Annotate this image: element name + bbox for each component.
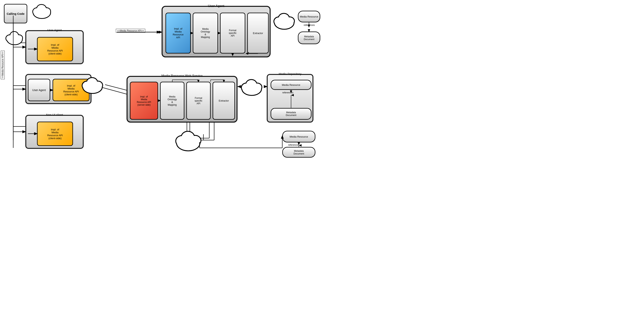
format-specific-2-box: Format specific API	[186, 82, 211, 120]
media-resource-web-service-panel: Media Resource Web Service Impl. of Medi…	[126, 76, 238, 123]
impl-client-side-1-box: Impl. of Media Resource API (client-side…	[37, 37, 73, 61]
extractor-2-box: Extractor	[212, 82, 235, 120]
cloud-top-left-1	[30, 2, 54, 20]
media-resource-api-label-top: <<Media Resource API>>	[116, 29, 145, 33]
user-agent-large-panel: User Agent Impl. of Media Resource API M…	[162, 6, 270, 57]
user-agent-middle-label: User Agent	[28, 79, 50, 101]
impl-client-side-3-box: Impl. of Media Resource API (client-side…	[37, 122, 73, 146]
references-3-label: references	[288, 144, 299, 146]
media-resource-api-label-left: <<Media Resource API>>	[1, 51, 5, 79]
references-1-label: references	[304, 24, 315, 26]
metadata-doc-1-box: Metadata Document	[298, 31, 320, 44]
svg-point-29	[10, 32, 18, 39]
cloud-left-middle	[4, 29, 25, 46]
svg-point-39	[87, 78, 97, 87]
impl-api-large-box: Impl. of Media Resource API	[166, 13, 191, 53]
non-ui-client-panel: Non-UI client Impl. of Media Resource AP…	[25, 115, 84, 149]
impl-server-side-box: Impl. of Media Resource API (server-side…	[130, 82, 158, 120]
media-resource-3-box: Media Resource	[282, 131, 316, 142]
media-ontology-2-box: Media Ontology & Mapping	[160, 82, 184, 120]
media-resource-2-box: Media Resource	[270, 80, 312, 90]
cloud-middle-right	[239, 77, 264, 97]
metadata-doc-2-box: Metadata Document	[270, 108, 312, 120]
format-specific-1-box: Format specific API	[220, 13, 245, 53]
metadata-doc-3-box: Metadata Document	[282, 147, 316, 158]
svg-point-62	[279, 14, 289, 22]
svg-point-79	[246, 80, 256, 88]
calling-code-box: Calling Code	[4, 4, 27, 23]
media-ontology-1-box: Media Ontology & Mapping	[193, 13, 218, 53]
references-2-label: references	[282, 91, 294, 94]
svg-point-91	[182, 132, 194, 143]
media-resource-1-box: Media Resource	[298, 11, 320, 22]
user-agent-top-panel: User Agent Impl. of Media Resource API (…	[25, 30, 84, 64]
cloud-top-right	[272, 11, 297, 31]
extractor-1-box: Extractor	[247, 13, 269, 53]
cloud-middle-center	[80, 75, 105, 95]
cloud-bottom-left	[173, 128, 204, 153]
media-repository-panel: Media Repository Media Resource referenc…	[267, 74, 314, 123]
architecture-diagram: Calling Code <<Media Resour	[0, 0, 322, 158]
svg-point-21	[37, 5, 46, 13]
